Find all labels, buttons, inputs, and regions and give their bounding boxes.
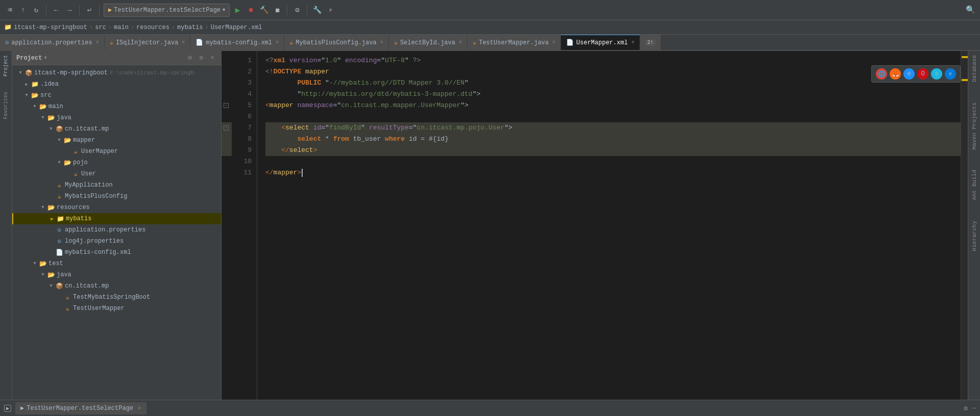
- tab-mybatis-config[interactable]: 📄 mybatis-config.xml ×: [190, 35, 284, 50]
- tree-user-java[interactable]: ☕ User: [12, 168, 221, 179]
- tab-application-properties[interactable]: ⚙ application.properties ×: [0, 35, 105, 50]
- toggle-test-pkg[interactable]: ▼: [47, 282, 55, 290]
- tree-root[interactable]: ▼ 📦 itcast-mp-springboot F:\code\itcast-…: [12, 67, 221, 79]
- tree-test-java[interactable]: ▼ 📂 java: [12, 269, 221, 280]
- breadcrumb-src[interactable]: src: [95, 24, 106, 31]
- toggle-testmybatisspringboot[interactable]: [55, 293, 63, 301]
- left-panel-favorites-icon[interactable]: Favorites: [3, 92, 9, 119]
- settings-icon[interactable]: ⚙: [291, 5, 303, 16]
- panel-dropdown-icon[interactable]: ▼: [44, 56, 46, 61]
- tab-isqlinjector[interactable]: ☕ ISqlInjector.java ×: [105, 35, 191, 50]
- stop2-icon[interactable]: ◼: [272, 5, 283, 16]
- revert-icon[interactable]: ↩: [84, 5, 95, 16]
- tree-testusermapper[interactable]: ☕ TestUserMapper: [12, 303, 221, 314]
- bottom-minimize-icon[interactable]: —: [972, 404, 976, 412]
- run-tab-close[interactable]: ×: [138, 405, 141, 411]
- extra-icon[interactable]: ⚡: [325, 5, 336, 16]
- bottom-settings-icon[interactable]: ⚙: [964, 404, 968, 412]
- build-icon[interactable]: 🔨: [258, 5, 270, 16]
- gutter-7[interactable]: -: [222, 122, 232, 134]
- tools-icon[interactable]: 🔧: [311, 5, 323, 16]
- toggle-test-java[interactable]: ▼: [39, 271, 47, 279]
- breadcrumb-resources[interactable]: resources: [136, 24, 169, 31]
- tree-pojo-folder[interactable]: ▼ 📂 pojo: [12, 157, 221, 168]
- breadcrumb-mybatis[interactable]: mybatis: [177, 24, 203, 31]
- tree-usermapper-java[interactable]: ☕ UserMapper: [12, 146, 221, 157]
- tab-selectbyid[interactable]: ☕ SelectById.java ×: [389, 35, 468, 50]
- tree-myapplication[interactable]: ☕ MyApplication: [12, 179, 221, 191]
- opera-icon[interactable]: O: [917, 68, 928, 80]
- tree-mybatis-folder[interactable]: ▶ 📁 mybatis: [12, 213, 221, 224]
- panel-settings[interactable]: ⚙: [197, 54, 206, 63]
- tree-mapper-folder[interactable]: ▼ 📂 mapper: [12, 135, 221, 146]
- tab-close-mybatis-config[interactable]: ×: [276, 40, 279, 45]
- right-label-database[interactable]: Database: [971, 55, 977, 82]
- toggle-log4j[interactable]: [47, 237, 55, 245]
- tree-mybatisplusconfig[interactable]: ☕ MybatisPlusConfig: [12, 191, 221, 202]
- right-label-hierarchy[interactable]: Hierarchy: [971, 221, 977, 251]
- toggle-usermapper[interactable]: [63, 147, 71, 155]
- gutter-5[interactable]: -: [222, 100, 232, 111]
- code-editor[interactable]: <?xml version="1.0" encoding="UTF-8" ?> …: [257, 51, 961, 400]
- tree-java[interactable]: ▼ 📂 java: [12, 112, 221, 123]
- toggle-myapplication[interactable]: [47, 181, 55, 189]
- toggle-app-props[interactable]: [47, 226, 55, 234]
- navigate-back-icon[interactable]: ⌫: [4, 5, 15, 16]
- toggle-mybatis-config[interactable]: [47, 248, 55, 256]
- toggle-mybatisplusconfig[interactable]: [47, 192, 55, 200]
- back-icon[interactable]: ←: [51, 5, 62, 16]
- fold-marker-5[interactable]: -: [224, 103, 229, 108]
- edge-icon[interactable]: e: [945, 68, 956, 80]
- toggle-mapper[interactable]: ▼: [55, 136, 63, 144]
- breadcrumb-main[interactable]: main: [114, 24, 129, 31]
- tree-main[interactable]: ▼ 📂 main: [12, 101, 221, 112]
- forward-icon[interactable]: →: [64, 5, 75, 16]
- toggle-pojo[interactable]: ▼: [55, 159, 63, 167]
- tab-close-app-props[interactable]: ×: [96, 40, 99, 45]
- tab-testusermapper[interactable]: ☕ TestUserMapper.java ×: [468, 35, 561, 50]
- toggle-test[interactable]: ▼: [31, 259, 39, 268]
- stop-icon[interactable]: ■: [245, 5, 256, 16]
- tree-testmybatisspringboot[interactable]: ☕ TestMybatisSpringBoot: [12, 292, 221, 303]
- run-icon[interactable]: ▶: [4, 405, 11, 412]
- tree-test-pkg[interactable]: ▼ 📦 cn.itcast.mp: [12, 280, 221, 292]
- panel-collapse-all[interactable]: ⊟: [185, 54, 194, 63]
- left-panel-project-icon[interactable]: Project: [3, 55, 9, 76]
- toggle-mybatis[interactable]: ▶: [48, 215, 56, 223]
- tree-log4j-props[interactable]: ⚙ log4j.properties: [12, 236, 221, 247]
- toggle-idea[interactable]: ▶: [22, 80, 31, 88]
- right-label-ant[interactable]: Ant Build: [971, 170, 977, 200]
- tab-usermapper-xml[interactable]: 📄 UserMapper.xml ×: [561, 35, 640, 50]
- run-config-selector[interactable]: ▶ TestUserMapper.testSelectPage ▼: [104, 4, 230, 17]
- tab-close-mybatisplusconfig[interactable]: ×: [380, 40, 383, 45]
- refresh-icon[interactable]: ↻: [31, 5, 42, 16]
- tab-extra[interactable]: 2!: [640, 35, 661, 50]
- chrome-icon[interactable]: 🌐: [876, 68, 887, 80]
- toggle-root[interactable]: ▼: [16, 69, 24, 77]
- ie-icon[interactable]: e: [903, 68, 915, 80]
- firefox-icon[interactable]: 🦊: [890, 68, 901, 80]
- search-everywhere-icon[interactable]: 🔍: [965, 5, 976, 16]
- navigate-forward-icon[interactable]: ↑: [17, 5, 29, 16]
- toggle-pkg-cn[interactable]: ▼: [47, 125, 55, 133]
- right-label-maven[interactable]: Maven Projects: [971, 102, 977, 149]
- run-tab[interactable]: ▶ TestUserMapper.testSelectPage ×: [15, 402, 146, 414]
- safari-icon[interactable]: S: [931, 68, 942, 80]
- panel-close[interactable]: ×: [208, 54, 217, 63]
- toggle-resources[interactable]: ▼: [39, 203, 47, 212]
- breadcrumb-project[interactable]: itcast-mp-springboot: [14, 24, 87, 31]
- tree-idea[interactable]: ▶ 📁 .idea: [12, 79, 221, 90]
- run-button[interactable]: ▶: [232, 5, 243, 16]
- tree-mybatis-config-xml[interactable]: 📄 mybatis-config.xml: [12, 247, 221, 258]
- tree-application-props[interactable]: ⚙ application.properties: [12, 224, 221, 236]
- tab-close-isqlinjector[interactable]: ×: [182, 40, 185, 45]
- tree-src[interactable]: ▼ 📂 src: [12, 90, 221, 101]
- tab-close-selectbyid[interactable]: ×: [459, 40, 462, 45]
- toggle-java[interactable]: ▼: [39, 114, 47, 122]
- tree-resources[interactable]: ▼ 📂 resources: [12, 202, 221, 213]
- tree-test[interactable]: ▼ 📂 test: [12, 258, 221, 269]
- toggle-testusermapper[interactable]: [55, 304, 63, 313]
- toggle-src[interactable]: ▼: [22, 91, 31, 99]
- tab-close-usermapper-xml[interactable]: ×: [631, 40, 634, 45]
- tab-mybatisplusconfig[interactable]: ☕ MybatisPlusConfig.java ×: [284, 35, 389, 50]
